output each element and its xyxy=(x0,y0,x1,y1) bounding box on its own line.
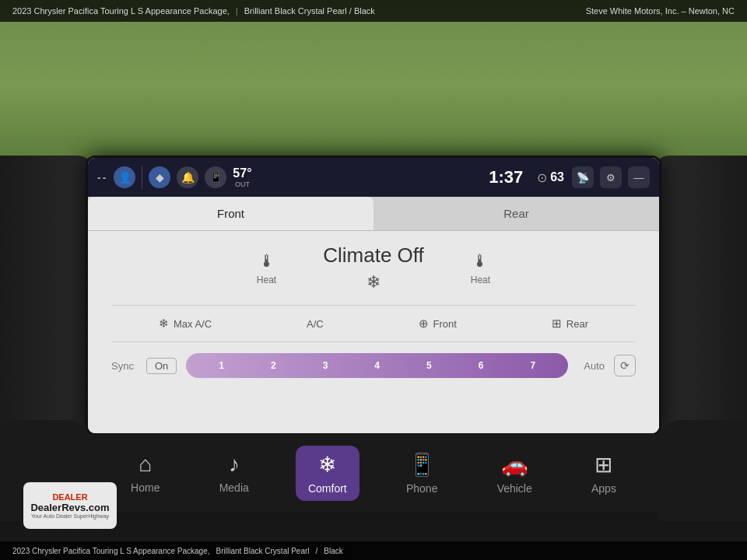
front-ac-label: Front xyxy=(433,318,457,330)
recirculate-icon[interactable]: ⟳ xyxy=(614,355,636,376)
max-ac-icon: ❄ xyxy=(159,317,169,331)
top-info-bar: 2023 Chrysler Pacifica Touring L S Appea… xyxy=(0,0,747,22)
right-heat-control[interactable]: 🌡 Heat xyxy=(471,251,490,285)
climate-off-text: Climate Off xyxy=(323,243,424,268)
nav-phone-label: Phone xyxy=(406,482,437,495)
nav-icon-status[interactable]: ◆ xyxy=(149,166,170,188)
dealer-name: Steve White Motors, Inc. – Newton, NC xyxy=(586,6,735,16)
ac-controls-row: ❄ Max A/C A/C ⊕ Front ⊞ Rear xyxy=(111,312,636,335)
tab-rear[interactable]: Rear xyxy=(374,197,659,230)
phone-status-icon[interactable]: 📱 xyxy=(205,166,226,188)
status-dashes: -- xyxy=(97,171,107,184)
right-heat-label: Heat xyxy=(471,275,490,285)
bottom-car-name: 2023 Chrysler Pacifica Touring L S Appea… xyxy=(12,547,210,555)
bottom-color: Brilliant Black Crystal Pearl xyxy=(216,547,310,555)
status-left: -- 👤 ◆ 🔔 📱 57° OUT xyxy=(97,166,475,189)
fan-speed-bar[interactable]: 1 2 3 4 5 6 7 xyxy=(186,353,568,378)
content-divider xyxy=(111,305,636,306)
content-divider-2 xyxy=(111,341,636,342)
bottom-interior: Black xyxy=(324,547,342,555)
climate-content: 🌡 Heat Climate Off ❄ 🌡 Heat ❄ Max A/C A/… xyxy=(88,231,659,436)
temp-value: 57° xyxy=(233,166,251,180)
nav-home[interactable]: ⌂ Home xyxy=(118,446,172,500)
driver-icon[interactable]: 👤 xyxy=(114,166,135,188)
bottom-info-bar: 2023 Chrysler Pacifica Touring L S Appea… xyxy=(0,541,747,560)
temperature-display: 57° OUT xyxy=(233,166,251,188)
speed-gauge-icon: ⊙ xyxy=(537,170,547,185)
ac-button[interactable]: A/C xyxy=(307,318,324,330)
dealer-logo-sub: Your Auto Dealer SuperHighway xyxy=(31,513,109,519)
speed-value: 63 xyxy=(550,170,564,184)
fan-speed-5[interactable]: 5 xyxy=(426,360,432,371)
car-color: Brilliant Black Crystal Pearl / Black xyxy=(244,6,375,16)
fan-speed-2[interactable]: 2 xyxy=(271,360,276,371)
rear-ac-button[interactable]: ⊞ Rear xyxy=(552,317,588,331)
max-ac-label: Max A/C xyxy=(174,318,212,330)
nav-media-label: Media xyxy=(219,481,249,494)
phone-nav-icon: 📱 xyxy=(409,452,436,478)
dealer-logo: DEALER DealerRevs.com Your Auto Dealer S… xyxy=(23,482,117,529)
sync-label: Sync xyxy=(111,360,134,372)
clock-display: 1:37 xyxy=(489,167,523,187)
rear-ac-label: Rear xyxy=(566,318,588,330)
dealer-logo-top: DEALER xyxy=(52,492,87,502)
nav-vehicle-label: Vehicle xyxy=(497,482,532,495)
home-icon: ⌂ xyxy=(139,452,152,477)
temp-label: OUT xyxy=(235,180,250,188)
media-icon: ♪ xyxy=(229,452,240,477)
wifi-icon[interactable]: 📡 xyxy=(572,166,594,188)
minimize-icon[interactable]: — xyxy=(628,166,650,188)
tab-bar: Front Rear xyxy=(88,197,659,231)
nav-comfort[interactable]: ❄ Comfort xyxy=(296,446,359,501)
left-heat-label: Heat xyxy=(257,275,276,285)
fan-speed-6[interactable]: 6 xyxy=(479,360,484,371)
front-ac-icon: ⊕ xyxy=(419,317,429,331)
right-heat-icon: 🌡 xyxy=(472,251,489,271)
bell-icon[interactable]: 🔔 xyxy=(177,166,198,188)
auto-label: Auto xyxy=(584,360,605,372)
settings-icon[interactable]: ⚙ xyxy=(600,166,622,188)
comfort-icon: ❄ xyxy=(318,452,336,478)
front-ac-button[interactable]: ⊕ Front xyxy=(419,317,457,331)
fan-speed-4[interactable]: 4 xyxy=(374,360,380,371)
fan-speed-3[interactable]: 3 xyxy=(323,360,328,371)
fan-speed-7[interactable]: 7 xyxy=(530,360,535,371)
vehicle-icon: 🚗 xyxy=(501,452,528,478)
nav-comfort-label: Comfort xyxy=(308,482,347,495)
climate-power-icon[interactable]: ❄ xyxy=(366,272,381,292)
apps-icon: ⊞ xyxy=(594,452,612,478)
tab-front[interactable]: Front xyxy=(88,197,374,230)
dash-right xyxy=(658,420,747,521)
on-indicator[interactable]: On xyxy=(146,358,177,374)
ac-label: A/C xyxy=(307,318,324,330)
nav-media[interactable]: ♪ Media xyxy=(207,446,261,500)
nav-apps-label: Apps xyxy=(591,482,616,495)
navigation-bar: ⌂ Home ♪ Media ❄ Comfort 📱 Phone 🚗 Vehic… xyxy=(86,434,661,512)
climate-off-center: Climate Off ❄ xyxy=(323,243,424,292)
left-heat-control[interactable]: 🌡 Heat xyxy=(257,251,276,285)
left-heat-icon: 🌡 xyxy=(258,251,275,271)
rear-ac-icon: ⊞ xyxy=(552,317,562,331)
dealer-logo-site: DealerRevs.com xyxy=(30,502,109,513)
car-title: 2023 Chrysler Pacifica Touring L S Appea… xyxy=(12,6,230,16)
infotainment-screen: -- 👤 ◆ 🔔 📱 57° OUT 1:37 ⊙ 63 📡 ⚙ — Front xyxy=(86,156,661,436)
nav-apps[interactable]: ⊞ Apps xyxy=(579,446,629,501)
status-divider xyxy=(142,166,142,189)
climate-off-row: 🌡 Heat Climate Off ❄ 🌡 Heat xyxy=(111,243,636,292)
nav-phone[interactable]: 📱 Phone xyxy=(394,446,450,501)
speed-display: ⊙ 63 xyxy=(537,170,564,185)
fan-speed-1[interactable]: 1 xyxy=(219,360,224,371)
max-ac-button[interactable]: ❄ Max A/C xyxy=(159,317,212,331)
nav-home-label: Home xyxy=(131,481,160,494)
status-right: 📡 ⚙ — xyxy=(572,166,650,188)
nav-vehicle[interactable]: 🚗 Vehicle xyxy=(485,446,545,501)
status-bar: -- 👤 ◆ 🔔 📱 57° OUT 1:37 ⊙ 63 📡 ⚙ — xyxy=(88,158,659,197)
sync-fan-row: Sync On 1 2 3 4 5 6 7 Auto ⟳ xyxy=(111,348,636,383)
